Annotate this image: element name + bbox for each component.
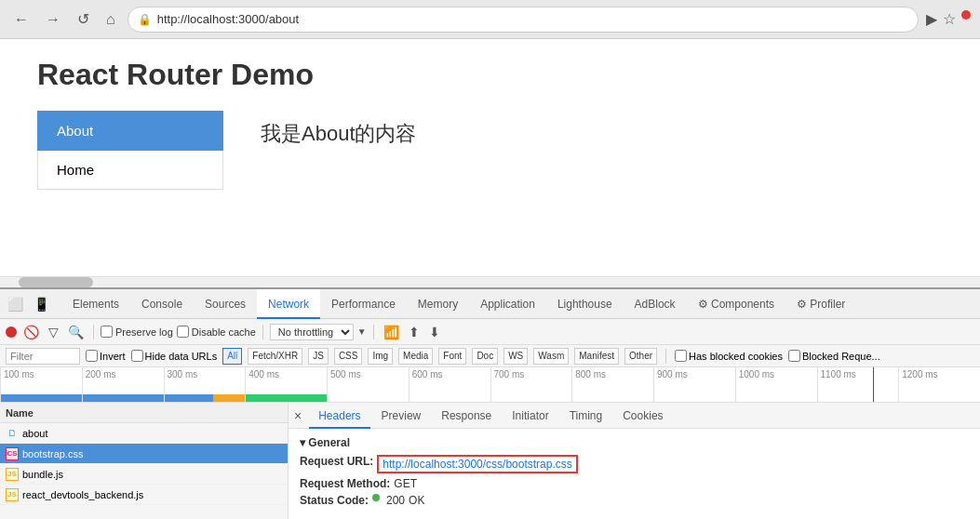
filter-other[interactable]: Other [624, 348, 657, 365]
browser-bar: ← → ↺ ⌂ 🔒 http://localhost:3000/about ▶ … [0, 0, 980, 39]
status-code-value: 200 [386, 494, 405, 507]
disable-cache-checkbox[interactable]: Disable cache [177, 326, 256, 338]
hide-data-urls-checkbox[interactable]: Hide data URLs [131, 350, 218, 362]
wifi-button[interactable]: 📶 [381, 323, 402, 341]
request-url-value: http://localhost:3000/css/bootstrap.css [377, 455, 577, 473]
devtools-filter-row: Invert Hide data URLs All Fetch/XHR JS C… [0, 345, 980, 367]
content-text: 我是About的内容 [261, 120, 417, 148]
disable-cache-input[interactable] [177, 326, 189, 338]
filter-manifest[interactable]: Manifest [574, 348, 619, 365]
separator-2 [262, 325, 263, 339]
panel-tab-headers[interactable]: Headers [309, 403, 369, 429]
request-method-row: Request Method: GET [300, 477, 969, 490]
panel-tab-response[interactable]: Response [432, 403, 501, 429]
table-row-about[interactable]: 🗋 about [0, 423, 288, 444]
blocked-req-checkbox[interactable]: Blocked Reque... [788, 350, 880, 362]
panel-tab-initiator[interactable]: Initiator [503, 403, 557, 429]
panel-tabs: × Headers Preview Response Initiator Tim… [289, 403, 980, 429]
device-icon[interactable]: 📱 [31, 295, 52, 313]
table-row-bootstrap[interactable]: CS bootstrap.css [0, 444, 288, 464]
address-bar: 🔒 http://localhost:3000/about [128, 7, 919, 33]
status-code-row: Status Code: 200 OK [300, 494, 969, 507]
throttle-arrow: ▼ [357, 326, 367, 337]
cursor-icon[interactable]: ⬜ [5, 295, 26, 313]
tab-memory[interactable]: Memory [407, 289, 469, 319]
lock-icon: 🔒 [138, 13, 152, 26]
record-button[interactable] [6, 326, 17, 338]
throttle-select[interactable]: No throttling [270, 324, 354, 340]
request-method-value: GET [394, 477, 417, 490]
separator-3 [373, 325, 374, 339]
preserve-log-input[interactable] [101, 326, 113, 338]
filter-wasm[interactable]: Wasm [533, 348, 569, 365]
js-icon-react: JS [6, 488, 19, 501]
css-icon: CS [6, 447, 19, 460]
table-row-react-devtools[interactable]: JS react_devtools_backend.js [0, 485, 288, 505]
separator-1 [93, 325, 94, 339]
devtools-tabs: ⬜ 📱 Elements Console Sources Network Per… [0, 289, 980, 319]
filter-css[interactable]: CSS [334, 348, 363, 365]
status-dot [372, 494, 380, 501]
tl-500: 500 ms [327, 367, 409, 402]
tl-1000: 1000 ms [735, 367, 817, 402]
page-body: About Home 我是About的内容 [37, 111, 943, 190]
panel-close-button[interactable]: × [294, 408, 302, 423]
tab-console[interactable]: Console [130, 289, 194, 319]
tab-performance[interactable]: Performance [320, 289, 407, 319]
filter-fetch-xhr[interactable]: Fetch/XHR [248, 348, 302, 365]
bookmark-button[interactable]: ☆ [943, 10, 956, 28]
tab-elements[interactable]: Elements [61, 289, 130, 319]
tab-adblock[interactable]: AdBlock [624, 289, 687, 319]
panel-tab-preview[interactable]: Preview [372, 403, 431, 429]
tab-sources[interactable]: Sources [194, 289, 257, 319]
status-text-value: OK [409, 494, 424, 507]
tl-1100: 1100 ms [817, 367, 899, 402]
filter-img[interactable]: Img [368, 348, 393, 365]
nav-menu: About Home [37, 111, 223, 190]
clear-button[interactable]: 🚫 [20, 323, 42, 341]
preserve-log-checkbox[interactable]: Preserve log [101, 326, 173, 338]
reload-button[interactable]: ↺ [73, 8, 94, 30]
tl-800: 800 ms [571, 367, 653, 402]
filter-all[interactable]: All [222, 348, 242, 365]
has-blocked-cookies-checkbox[interactable]: Has blocked cookies [675, 350, 783, 362]
upload-button[interactable]: ⬆ [406, 323, 423, 341]
tab-components[interactable]: ⚙ Components [687, 289, 785, 319]
search-button[interactable]: 🔍 [65, 323, 87, 341]
filter-doc[interactable]: Doc [472, 348, 498, 365]
nav-item-home[interactable]: Home [37, 151, 223, 190]
filter-ws[interactable]: WS [503, 348, 528, 365]
tl-600: 600 ms [409, 367, 490, 402]
tab-profiler[interactable]: ⚙ Profiler [785, 289, 856, 319]
filter-js[interactable]: JS [308, 348, 329, 365]
panel-tab-cookies[interactable]: Cookies [613, 403, 672, 429]
download-button[interactable]: ⬇ [426, 323, 443, 341]
request-url-label: Request URL: [300, 455, 373, 468]
filter-media[interactable]: Media [398, 348, 433, 365]
doc-icon: 🗋 [6, 427, 19, 440]
tab-application[interactable]: Application [469, 289, 546, 319]
url-text: http://localhost:3000/about [157, 12, 300, 26]
cast-button[interactable]: ▶ [926, 10, 937, 28]
nav-item-about[interactable]: About [37, 111, 223, 151]
filter-font[interactable]: Font [438, 348, 466, 365]
invert-checkbox[interactable]: Invert [86, 350, 126, 362]
horizontal-scrollbar[interactable] [0, 276, 980, 287]
filter-input[interactable] [6, 348, 80, 365]
table-rows: 🗋 about CS bootstrap.css JS bundle.js JS… [0, 423, 288, 519]
tab-network[interactable]: Network [257, 289, 320, 319]
home-button[interactable]: ⌂ [101, 9, 120, 30]
row-name-react-devtools: react_devtools_backend.js [22, 489, 143, 500]
table-header-name: Name [0, 403, 288, 423]
browser-actions: ▶ ☆ [926, 10, 971, 28]
js-icon-bundle: JS [6, 468, 19, 481]
table-row-bundle[interactable]: JS bundle.js [0, 464, 288, 485]
forward-button[interactable]: → [41, 9, 65, 30]
back-button[interactable]: ← [9, 9, 34, 30]
panel-tab-timing[interactable]: Timing [560, 403, 612, 429]
tab-lighthouse[interactable]: Lighthouse [546, 289, 624, 319]
status-code-label: Status Code: [300, 494, 369, 507]
tl-100: 100 ms [0, 367, 82, 402]
tl-700: 700 ms [490, 367, 572, 402]
filter-button[interactable]: ▽ [46, 323, 61, 341]
